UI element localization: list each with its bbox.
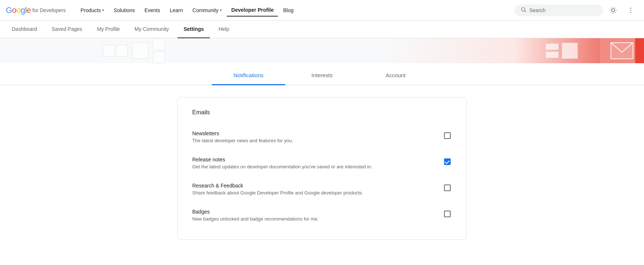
research-feedback-checkbox-wrap — [443, 183, 452, 192]
svg-point-11 — [630, 7, 632, 8]
email-item-newsletters: Newsletters The latest developer news an… — [192, 125, 452, 149]
nav-item-developer-profile[interactable]: Developer Profile — [227, 4, 278, 17]
email-item-description: Get the latest updates on developer docu… — [192, 164, 437, 169]
tab-account[interactable]: Account — [359, 66, 432, 85]
release-notes-checkbox[interactable] — [444, 158, 451, 165]
nav-item-events[interactable]: Events — [140, 4, 165, 16]
nav-right-actions — [515, 3, 638, 18]
email-item-text: Newsletters The latest developer news an… — [192, 130, 437, 143]
nav-item-products[interactable]: Products ▾ — [76, 4, 108, 16]
badges-checkbox-wrap — [443, 210, 452, 218]
deco-box — [116, 45, 128, 57]
deco-box — [153, 38, 165, 50]
tab-notifications[interactable]: Notifications — [212, 66, 285, 85]
hero-right-shapes — [545, 38, 578, 63]
svg-line-10 — [615, 8, 615, 8]
email-item-badges: Badges New badges unlocked and badge rec… — [192, 203, 452, 228]
hero-banner: + — [0, 38, 644, 63]
logo-for-developers: for Developers — [32, 7, 66, 13]
deco-box — [545, 43, 559, 50]
chevron-down-icon: ▾ — [220, 8, 222, 12]
newsletters-checkbox[interactable] — [444, 132, 451, 139]
svg-line-6 — [615, 12, 615, 12]
nav-item-learn[interactable]: Learn — [165, 4, 187, 16]
svg-line-9 — [611, 12, 611, 12]
email-item-description: New badges unlocked and badge recommenda… — [192, 216, 437, 222]
deco-box — [153, 51, 165, 63]
svg-point-13 — [630, 12, 632, 13]
chevron-down-icon: ▾ — [102, 8, 104, 12]
nav-item-solutions[interactable]: Solutions — [109, 4, 139, 16]
email-item-text: Research & Feedback Share feedback about… — [192, 183, 437, 196]
svg-line-1 — [525, 11, 526, 12]
logo[interactable]: Google for Developers — [6, 6, 66, 15]
nav-item-blog[interactable]: Blog — [279, 4, 298, 16]
main-content: Emails Newsletters The latest developer … — [171, 97, 473, 240]
deco-box — [103, 45, 115, 57]
sub-nav-settings[interactable]: Settings — [178, 21, 210, 38]
newsletters-checkbox-wrap — [443, 131, 452, 140]
deco-group — [545, 43, 559, 58]
hero-red-strip — [635, 38, 644, 63]
main-nav-items: Products ▾ Solutions Events Learn Commun… — [76, 4, 513, 17]
svg-line-5 — [611, 8, 611, 8]
search-input[interactable] — [529, 7, 597, 13]
google-logo: Google — [6, 6, 31, 15]
search-box[interactable] — [515, 4, 603, 16]
email-item-text: Release notes Get the latest updates on … — [192, 157, 437, 169]
email-item-text: Badges New badges unlocked and badge rec… — [192, 209, 437, 222]
deco-box — [562, 43, 578, 59]
release-notes-checkbox-wrap — [443, 157, 452, 166]
top-navigation: Google for Developers Products ▾ Solutio… — [0, 0, 644, 21]
search-icon — [520, 7, 526, 14]
sub-nav-dashboard[interactable]: Dashboard — [6, 21, 43, 38]
sub-nav-help[interactable]: Help — [213, 21, 235, 38]
email-item-label: Newsletters — [192, 130, 437, 136]
brightness-icon[interactable] — [606, 3, 620, 18]
sub-nav-my-profile[interactable]: My Profile — [91, 21, 126, 38]
emails-card: Emails Newsletters The latest developer … — [177, 97, 467, 240]
badges-checkbox[interactable] — [444, 211, 451, 217]
research-feedback-checkbox[interactable] — [444, 185, 451, 191]
emails-section-title: Emails — [192, 109, 452, 116]
nav-item-community[interactable]: Community ▾ — [188, 4, 226, 16]
sub-nav-my-community[interactable]: My Community — [129, 21, 175, 38]
email-item-label: Badges — [192, 209, 437, 215]
email-item-label: Release notes — [192, 157, 437, 162]
hero-decorative-shapes — [103, 38, 165, 63]
email-item-label: Research & Feedback — [192, 183, 437, 189]
svg-point-2 — [612, 8, 615, 11]
svg-point-12 — [630, 10, 632, 11]
tab-interests[interactable]: Interests — [285, 66, 359, 85]
email-item-release-notes: Release notes Get the latest updates on … — [192, 151, 452, 175]
email-item-description: Share feedback about Google Developer Pr… — [192, 190, 437, 196]
more-options-icon[interactable] — [623, 3, 638, 18]
email-item-research-feedback: Research & Feedback Share feedback about… — [192, 177, 452, 201]
deco-box — [545, 51, 559, 58]
settings-tabs: Notifications Interests Account — [0, 66, 644, 85]
deco-box — [132, 43, 149, 59]
email-item-description: The latest developer news and features f… — [192, 138, 437, 143]
sub-nav-saved-pages[interactable]: Saved Pages — [46, 21, 88, 38]
sub-navigation: Dashboard Saved Pages My Profile My Comm… — [0, 21, 644, 38]
svg-point-0 — [522, 7, 525, 11]
